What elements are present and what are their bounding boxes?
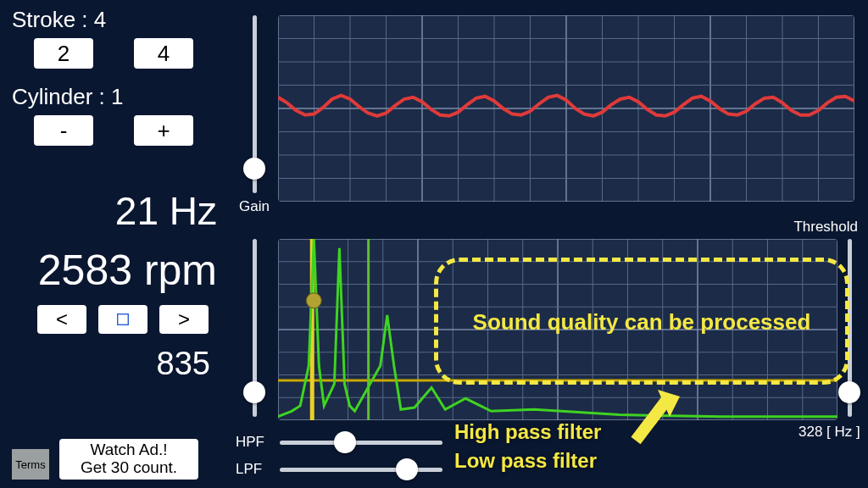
svg-rect-0 <box>117 313 129 325</box>
watch-ad-button[interactable]: Watch Ad.! Get 30 count. <box>59 439 198 480</box>
hpf-slider[interactable]: HPF <box>236 434 442 451</box>
threshold-label: Threshold <box>793 219 858 236</box>
cylinder-minus-button[interactable]: - <box>34 115 93 146</box>
slider-thumb[interactable] <box>243 381 265 403</box>
stroke-label: Stroke : 4 <box>12 7 229 33</box>
stop-icon <box>117 313 129 325</box>
slider-thumb[interactable] <box>334 431 356 453</box>
slider-thumb[interactable] <box>838 381 860 403</box>
hpf-annotation: High pass filter <box>454 420 601 444</box>
stroke-2-button[interactable]: 2 <box>34 38 93 69</box>
lpf-slider[interactable]: LPF <box>236 461 442 478</box>
ad-line1: Watch Ad.! <box>90 441 167 459</box>
frequency-readout: 21 Hz <box>12 188 229 234</box>
cylinder-plus-button[interactable]: + <box>134 115 193 146</box>
hpf-label: HPF <box>236 434 280 451</box>
rpm-readout: 2583 rpm <box>12 246 229 295</box>
callout-text: Sound quality can be processed <box>438 262 845 333</box>
terms-button[interactable]: Terms <box>12 449 49 480</box>
gain-label: Gain <box>239 198 270 215</box>
freq-max-label: 328 [ Hz ] <box>798 424 860 441</box>
peak-marker <box>306 293 321 308</box>
prev-button[interactable]: < <box>37 305 86 334</box>
next-button[interactable]: > <box>159 305 209 334</box>
left-panel: Stroke : 4 2 4 Cylinder : 1 - + 21 Hz 25… <box>0 0 229 488</box>
gain-slider[interactable]: Gain <box>242 15 266 215</box>
threshold-slider-left[interactable] <box>242 239 266 417</box>
ad-line2: Get 30 count. <box>81 459 177 477</box>
waveform-scope <box>278 15 854 202</box>
lpf-annotation: Low pass filter <box>454 449 597 473</box>
lpf-label: LPF <box>236 461 280 478</box>
stop-button[interactable] <box>98 305 147 334</box>
callout-box: Sound quality can be processed <box>434 258 849 385</box>
slider-thumb[interactable] <box>396 458 418 480</box>
cylinder-label: Cylinder : 1 <box>12 84 229 110</box>
arrow-icon <box>627 381 695 449</box>
slider-thumb[interactable] <box>243 158 265 180</box>
stroke-4-button[interactable]: 4 <box>134 38 193 69</box>
count-readout: 835 <box>12 346 229 382</box>
